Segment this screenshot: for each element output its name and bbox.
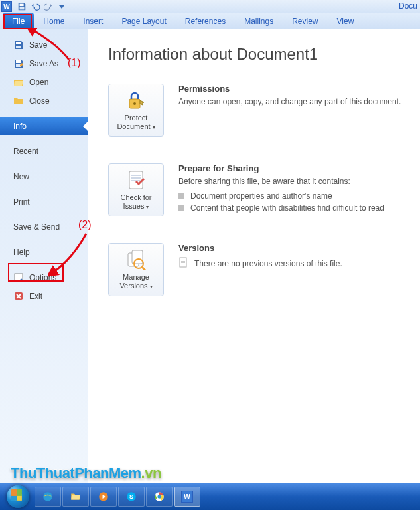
svg-rect-0 <box>20 4 24 7</box>
taskbar-skype[interactable]: S <box>118 487 145 507</box>
svg-point-25 <box>43 492 52 501</box>
bullet-icon <box>178 205 184 211</box>
nav-info[interactable]: Info <box>0 117 88 135</box>
qat-save-icon[interactable] <box>16 1 28 13</box>
window-title: Docu <box>399 1 417 11</box>
folder-open-icon <box>13 77 24 88</box>
svg-rect-2 <box>16 42 21 44</box>
windows-taskbar: S W <box>0 483 420 510</box>
svg-rect-24 <box>181 262 185 263</box>
share-item: Content that people with disabilities fi… <box>178 203 409 212</box>
section-lead: Before sharing this file, be aware that … <box>178 176 409 187</box>
watermark: ThuThuatPhanMem.vn <box>11 465 161 482</box>
taskbar-word[interactable]: W <box>174 487 200 507</box>
nav-save[interactable]: Save <box>0 36 88 54</box>
word-app-icon[interactable]: W <box>1 1 12 12</box>
svg-rect-9 <box>16 280 19 280</box>
nav-options[interactable]: Options <box>0 268 88 287</box>
manage-versions-button[interactable]: Manage Versions▾ <box>108 243 164 296</box>
nav-exit[interactable]: Exit <box>0 287 88 305</box>
nav-close[interactable]: Close <box>0 92 88 110</box>
button-label: Manage Versions▾ <box>118 273 153 290</box>
qat-redo-icon[interactable] <box>42 1 54 13</box>
save-as-icon <box>13 58 24 69</box>
tab-insert[interactable]: Insert <box>74 13 112 29</box>
taskbar-ie[interactable] <box>35 487 61 507</box>
nav-label: Options <box>29 273 56 282</box>
ribbon-tabs: File Home Insert Page Layout References … <box>0 13 420 29</box>
tab-file[interactable]: File <box>3 13 34 29</box>
nav-label: Save & Send <box>13 222 60 232</box>
nav-save-send[interactable]: Save & Send <box>0 218 88 236</box>
svg-point-13 <box>133 102 136 105</box>
doc-version-icon <box>178 257 189 270</box>
taskbar-explorer[interactable] <box>62 487 89 507</box>
qat-undo-icon[interactable] <box>29 1 41 13</box>
svg-rect-3 <box>16 46 21 48</box>
annotation-number-1: (1) <box>68 57 81 69</box>
svg-rect-16 <box>131 177 141 179</box>
nav-help[interactable]: Help <box>0 243 88 262</box>
nav-label: Open <box>29 78 48 87</box>
svg-text:S: S <box>129 493 133 500</box>
page-title: Information about Document1 <box>108 45 409 64</box>
qat-customize-icon[interactable] <box>56 1 68 13</box>
svg-point-30 <box>157 495 161 498</box>
options-icon <box>13 272 24 283</box>
folder-close-icon <box>13 96 24 106</box>
versions-icon <box>125 249 147 270</box>
section-heading: Permissions <box>178 84 409 94</box>
nav-label: New <box>13 172 29 181</box>
button-label: Check for Issues▾ <box>119 193 153 211</box>
nav-label: Info <box>13 122 27 131</box>
nav-label: Close <box>29 96 50 106</box>
tab-review[interactable]: Review <box>283 13 327 29</box>
lock-key-icon <box>125 90 147 111</box>
versions-text: There are no previous versions of this f… <box>194 259 342 268</box>
exit-icon <box>13 291 24 301</box>
svg-rect-17 <box>131 180 141 181</box>
nav-label: Exit <box>29 292 42 301</box>
annotation-number-2: (2) <box>78 219 92 231</box>
tab-page-layout[interactable]: Page Layout <box>112 13 175 29</box>
taskbar-chrome[interactable] <box>146 487 173 507</box>
word-icon: W <box>181 491 193 503</box>
taskbar-media[interactable] <box>90 487 117 507</box>
tab-view[interactable]: View <box>328 13 364 29</box>
nav-new[interactable]: New <box>0 167 88 186</box>
section-heading: Prepare for Sharing <box>178 163 409 173</box>
backstage-content: Information about Document1 Protect Docu… <box>88 29 420 483</box>
backstage-view: Save Save As Open Close Info Recent <box>0 29 420 483</box>
prepare-section: Check for Issues▾ Prepare for Sharing Be… <box>108 163 409 216</box>
share-item: Document properties and author's name <box>178 191 409 201</box>
versions-section: Manage Versions▾ Versions There are no p… <box>108 243 409 296</box>
svg-rect-8 <box>16 278 21 278</box>
tab-references[interactable]: References <box>176 13 235 29</box>
nav-print[interactable]: Print <box>0 193 88 211</box>
start-button[interactable] <box>3 485 33 509</box>
check-issues-button[interactable]: Check for Issues▾ <box>108 163 164 216</box>
section-heading: Versions <box>178 243 409 253</box>
nav-open[interactable]: Open <box>0 73 88 92</box>
windows-orb-icon <box>7 485 29 508</box>
svg-rect-19 <box>132 250 143 264</box>
section-text: Anyone can open, copy, and change any pa… <box>178 96 409 108</box>
svg-point-10 <box>21 279 23 281</box>
check-issues-icon <box>125 169 147 191</box>
nav-label: Print <box>13 197 30 207</box>
svg-rect-7 <box>16 276 21 276</box>
nav-recent[interactable]: Recent <box>0 142 88 161</box>
button-label: Protect Document▾ <box>115 114 156 131</box>
svg-rect-22 <box>181 260 185 260</box>
svg-rect-23 <box>181 261 185 262</box>
quick-access-toolbar: W Docu <box>0 0 420 13</box>
svg-rect-15 <box>131 175 141 176</box>
svg-rect-4 <box>16 60 21 63</box>
protect-document-button[interactable]: Protect Document▾ <box>108 84 164 137</box>
nav-label: Recent <box>13 147 38 156</box>
nav-label: Save <box>29 41 47 50</box>
tab-home[interactable]: Home <box>34 13 74 29</box>
bullet-icon <box>178 193 184 199</box>
svg-rect-1 <box>20 7 25 10</box>
tab-mailings[interactable]: Mailings <box>235 13 283 29</box>
